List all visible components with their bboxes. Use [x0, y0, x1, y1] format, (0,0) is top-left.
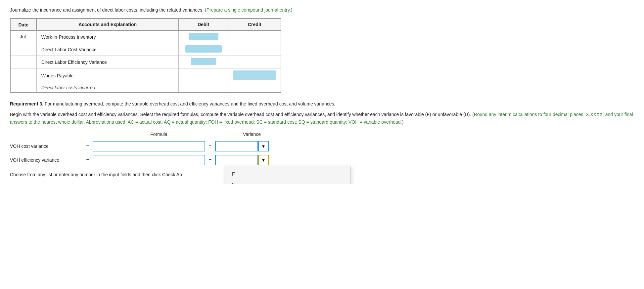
debit-cell: [179, 56, 228, 68]
variance-col-header: Variance: [225, 132, 279, 138]
dropdown-option-u[interactable]: U: [225, 179, 350, 184]
account-cell: Direct Labor Cost Variance: [36, 43, 178, 56]
voh-efficiency-variance-input[interactable]: [215, 155, 258, 165]
credit-cell: [228, 30, 281, 43]
intro-main: Journalize the incurrance and assignment…: [10, 7, 204, 13]
blurred-credit-1: [233, 70, 276, 80]
blurred-debit-3: [191, 58, 216, 65]
voh-efficiency-formula-input[interactable]: [93, 155, 205, 165]
debit-cell: [179, 83, 228, 93]
account-cell: Work-in-Process Inventory: [36, 30, 178, 43]
req3-body-main: Begin with the variable overhead cost an…: [10, 112, 471, 117]
intro-note: (Prepare a single compound journal entry…: [205, 7, 292, 13]
voh-efficiency-dropdown-btn[interactable]: ▼: [258, 155, 269, 165]
dropdown-popup: ▼ F U: [258, 155, 269, 165]
account-cell: Direct Labor Efficiency Variance: [36, 56, 178, 68]
blurred-debit-2: [185, 45, 222, 53]
req3-bold: Requirement 3.: [10, 101, 43, 106]
col-header-debit: Debit: [179, 19, 228, 30]
formula-col-header: Formula: [103, 132, 215, 138]
eq2-efficiency: =: [205, 157, 215, 163]
date-cell: Jul.: [10, 30, 36, 43]
table-row: Direct labor costs incurred.: [10, 83, 281, 93]
eq2-cost: =: [205, 144, 215, 149]
voh-cost-variance-row: VOH cost variance = = ▼: [10, 141, 634, 151]
table-row: Wages Payable: [10, 68, 281, 83]
blurred-debit-1: [189, 33, 218, 40]
eq1-efficiency: =: [83, 157, 93, 163]
account-explanation: Direct labor costs incurred.: [36, 83, 178, 93]
date-cell: [10, 68, 36, 83]
req3-header-text: For manufacturing overhead, compute the …: [45, 101, 335, 106]
debit-cell: [179, 68, 228, 83]
voh-cost-dropdown-btn[interactable]: ▼: [258, 141, 269, 151]
col-header-credit: Credit: [228, 19, 281, 30]
req3-header: Requirement 3. For manufacturing overhea…: [10, 100, 634, 107]
col-header-date: Date: [10, 19, 36, 30]
col-header-accounts: Accounts and Explanation: [36, 19, 178, 30]
voh-cost-label: VOH cost variance: [10, 144, 83, 149]
eq1-cost: =: [83, 144, 93, 149]
credit-cell: [228, 83, 281, 93]
dropdown-option-f[interactable]: F: [225, 168, 350, 179]
table-row: Direct Labor Cost Variance: [10, 43, 281, 56]
debit-cell: [179, 30, 228, 43]
date-cell: [10, 83, 36, 93]
credit-cell: [228, 68, 281, 83]
table-row: Direct Labor Efficiency Variance: [10, 56, 281, 68]
journal-table: Date Accounts and Explanation Debit Cred…: [10, 18, 281, 93]
voh-cost-variance-input[interactable]: [215, 141, 258, 151]
intro-text: Journalize the incurrance and assignment…: [10, 7, 634, 14]
voh-efficiency-variance-row: VOH efficiency variance = = ▼ F U: [10, 155, 634, 165]
account-cell-indented: Wages Payable: [36, 68, 178, 83]
credit-cell: [228, 43, 281, 56]
voh-efficiency-label: VOH efficiency variance: [10, 157, 83, 163]
dropdown-menu: F U: [225, 166, 351, 184]
date-cell: [10, 43, 36, 56]
date-cell: [10, 56, 36, 68]
req3-body: Begin with the variable overhead cost an…: [10, 111, 634, 126]
voh-cost-formula-input[interactable]: [93, 141, 205, 151]
table-row: Jul. Work-in-Process Inventory: [10, 30, 281, 43]
debit-cell: [179, 43, 228, 56]
credit-cell: [228, 56, 281, 68]
formula-section: Formula Variance VOH cost variance = = ▼…: [10, 132, 634, 165]
